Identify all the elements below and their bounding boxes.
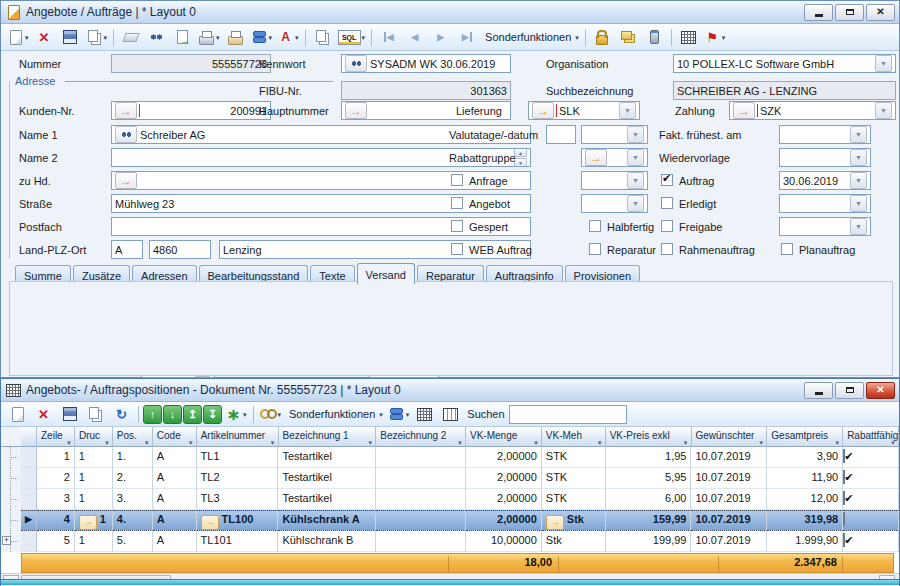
new-document-button[interactable]: ▾ — [5, 27, 31, 48]
font-button[interactable]: ▾ — [275, 27, 301, 48]
clear-button[interactable] — [118, 27, 143, 48]
row-selector-active[interactable]: ▶ — [21, 510, 37, 531]
import-button[interactable] — [170, 27, 195, 48]
columns-button[interactable] — [438, 404, 463, 425]
print-button[interactable]: ▾ — [196, 27, 222, 48]
fax-button[interactable] — [223, 27, 248, 48]
checkbox-angebot[interactable] — [451, 197, 463, 209]
postfach-field[interactable] — [111, 217, 531, 236]
checkbox-freigabe[interactable] — [661, 220, 673, 232]
delete-button[interactable] — [32, 27, 57, 48]
close-button[interactable] — [866, 4, 895, 21]
move-down-button[interactable]: ↓ — [163, 405, 182, 424]
delete-position-button[interactable] — [31, 404, 56, 425]
layout-button[interactable]: ▾ — [249, 27, 275, 48]
filter-caret-icon[interactable]: ▼ — [457, 434, 463, 447]
valutatage-field[interactable] — [546, 125, 576, 144]
lookup-arrow-icon[interactable] — [201, 515, 219, 530]
sql-button[interactable]: SQL▾ — [336, 27, 368, 48]
erledigt-date-field[interactable]: ▼ — [779, 194, 871, 213]
lookup-arrow-icon[interactable] — [79, 515, 97, 530]
chevron-down-icon[interactable]: ▼ — [850, 126, 867, 143]
chevron-down-icon[interactable]: ▼ — [850, 172, 867, 189]
duplicate-button[interactable] — [310, 27, 335, 48]
copy-position-button[interactable] — [83, 404, 108, 425]
find-button[interactable] — [144, 27, 169, 48]
filter-caret-icon[interactable]: ▼ — [104, 434, 110, 447]
save-position-button[interactable] — [57, 404, 82, 425]
filter-caret-icon[interactable]: ▼ — [367, 434, 373, 447]
expand-icon[interactable] — [2, 536, 11, 545]
spin-down-icon[interactable]: ▼ — [514, 158, 527, 167]
table-row[interactable]: 1 1 1. A TL1 Testartikel 2,00000 STK 1,9… — [1, 447, 899, 468]
chevron-down-icon[interactable]: ▼ — [627, 195, 644, 212]
lookup-arrow-icon[interactable] — [532, 102, 554, 119]
filter-caret-icon[interactable]: ▼ — [66, 434, 72, 447]
insert-special-button[interactable]: ▾ — [223, 404, 249, 425]
maximize-button[interactable] — [835, 4, 864, 21]
rabattfaehig-checkbox[interactable] — [843, 491, 845, 505]
column-header-gewuenschter[interactable]: Gewünschter▼ — [692, 427, 768, 447]
chevron-down-icon[interactable]: ▼ — [875, 102, 892, 119]
row-selector[interactable] — [21, 447, 37, 468]
plz-field[interactable]: 4860 — [149, 240, 211, 259]
column-header-artikelnummer[interactable]: Artikelnummer▼ — [197, 427, 279, 447]
tab-versand[interactable]: Versand — [357, 263, 415, 284]
flag-button[interactable]: ▾ — [702, 27, 728, 48]
checkbox-reparatur[interactable] — [589, 243, 601, 255]
land-field[interactable]: A — [111, 240, 143, 259]
angebot-date-field[interactable]: ▼ — [581, 194, 648, 213]
column-header-druc[interactable]: Druc▼ — [75, 427, 113, 447]
layout-button[interactable]: ▾ — [386, 404, 412, 425]
checkbox-gespert[interactable] — [451, 220, 463, 232]
phone-button[interactable] — [642, 27, 667, 48]
column-header-gesamtpreis[interactable]: Gesamtpreis▼ — [767, 427, 843, 447]
save-button[interactable] — [58, 27, 83, 48]
checkbox-auftrag[interactable] — [661, 174, 673, 186]
row-selector[interactable] — [21, 531, 37, 552]
checkbox-planauftrag[interactable] — [781, 243, 793, 255]
checkbox-anfrage[interactable] — [451, 174, 463, 186]
column-header-vk-menge[interactable]: VK-Menge▼ — [466, 427, 542, 447]
filter-caret-icon[interactable]: ▼ — [188, 434, 194, 447]
positions-grid-button[interactable] — [676, 27, 701, 48]
lookup-arrow-icon[interactable] — [585, 149, 607, 166]
chevron-down-icon[interactable]: ▼ — [627, 149, 644, 166]
minimize-button[interactable] — [804, 382, 833, 399]
row-selector[interactable] — [21, 489, 37, 510]
rabattfaehig-checkbox[interactable] — [843, 512, 845, 526]
nav-last-button[interactable]: ▶ — [454, 27, 479, 48]
filter-caret-icon[interactable]: ▼ — [270, 434, 276, 447]
move-top-button[interactable]: ↥ — [183, 405, 202, 424]
copy-button[interactable]: ▾ — [84, 27, 110, 48]
move-up-button[interactable]: ↑ — [143, 405, 162, 424]
filter-caret-icon[interactable]: ▼ — [144, 434, 150, 447]
filter-caret-icon[interactable]: ▼ — [533, 434, 539, 447]
filter-caret-icon[interactable]: ▼ — [597, 434, 603, 447]
table-row[interactable]: 3 1 3. A TL3 Testartikel 2,00000 STK 6,0… — [1, 489, 899, 510]
move-bottom-button[interactable]: ↧ — [203, 405, 222, 424]
chevron-down-icon[interactable]: ▼ — [627, 172, 644, 189]
chevron-down-icon[interactable]: ▼ — [875, 55, 892, 72]
checkbox-halbfertig[interactable] — [589, 220, 601, 232]
chevron-down-icon[interactable]: ▼ — [850, 195, 867, 212]
lookup-arrow-icon[interactable] — [345, 102, 367, 119]
chevron-down-icon[interactable]: ▼ — [619, 102, 636, 119]
refresh-button[interactable] — [109, 404, 134, 425]
column-header-bezeichnung1[interactable]: Bezeichnung 1▼ — [279, 427, 377, 447]
column-header-bezeichnung2[interactable]: Bezeichnung 2▼ — [376, 427, 466, 447]
new-position-button[interactable] — [5, 404, 30, 425]
anfrage-date-field[interactable]: ▼ — [581, 171, 648, 190]
binoculars-icon[interactable] — [345, 55, 367, 72]
strasse-field[interactable]: Mühlweg 23 — [111, 194, 531, 213]
column-header-vk-preis[interactable]: VK-Preis exkl▼ — [606, 427, 692, 447]
filter-caret-icon[interactable]: ▼ — [758, 434, 764, 447]
sonderfunktionen-button[interactable]: Sonderfunktionen▾ — [284, 404, 385, 425]
column-header-code[interactable]: Code▼ — [153, 427, 197, 447]
freigabe-date-field[interactable]: ▼ — [779, 217, 871, 236]
checkbox-erledigt[interactable] — [661, 197, 673, 209]
filter-caret-icon[interactable]: ▼ — [683, 434, 689, 447]
binoculars-icon[interactable] — [115, 126, 137, 143]
valutadatum-field[interactable]: ▼ — [581, 125, 648, 144]
lieferung-field[interactable]: SLK▼ — [528, 101, 640, 120]
